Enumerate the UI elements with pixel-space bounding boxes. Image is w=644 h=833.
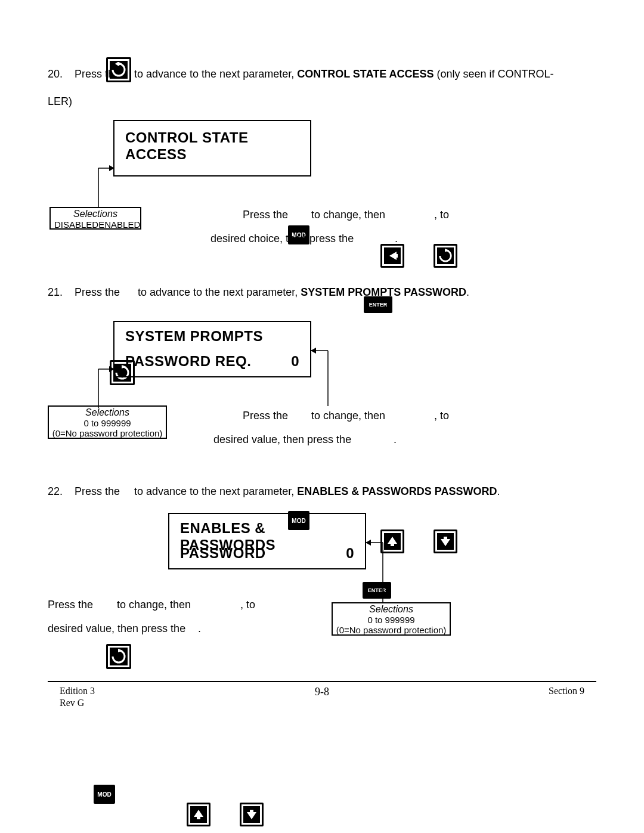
cycle-icon — [106, 57, 131, 82]
cycle-icon — [434, 244, 457, 268]
footer-rev: Rev G — [60, 698, 84, 708]
text: (only seen if CONTROL- — [434, 68, 554, 80]
step-22-text-after: to advance to the next parameter, ENABLE… — [134, 485, 500, 498]
step-num: 20. — [48, 68, 63, 80]
display-panel-system-prompts: SYSTEM PROMPTS PASSWORD REQ. 0 — [113, 321, 311, 377]
selection-disabled: DISABLED — [54, 219, 98, 230]
panel-line2: PASSWORD — [180, 545, 266, 562]
text: Press the — [75, 286, 120, 298]
instr-text: to change, then — [117, 599, 191, 611]
selections-box-3: Selections 0 to 999999 (0=No password pr… — [332, 602, 451, 636]
text: . — [497, 485, 500, 497]
arrow-left-icon — [380, 244, 404, 268]
instr-text: , to — [434, 209, 449, 221]
footer-rule — [48, 681, 596, 682]
step-21: 21. Press the — [48, 286, 120, 299]
instr-text: . — [394, 433, 397, 446]
connector-arrow — [89, 159, 119, 213]
arrow-up-icon — [187, 803, 210, 826]
instr-text: desired value, then press the — [48, 623, 185, 635]
cycle-icon — [106, 644, 131, 669]
selections-box-2: Selections 0 to 999999 (0=No password pr… — [48, 405, 167, 439]
mod-icon: MOD — [94, 785, 115, 804]
footer-page-number: 9-8 — [0, 686, 644, 698]
selection-range: 0 to 999999 — [333, 615, 450, 625]
instr-text: Press the — [243, 209, 288, 221]
instr-text: to change, then — [311, 209, 385, 221]
selection-note: (0=No password protection) — [333, 625, 450, 635]
arrow-down-icon — [240, 803, 264, 826]
step-20-wrap: LER) — [48, 95, 72, 108]
selection-note: (0=No password protection) — [49, 428, 166, 438]
enter-icon: ENTER — [364, 296, 392, 313]
panel-value: 0 — [291, 353, 299, 370]
footer-section: Section 9 — [549, 686, 584, 696]
text: to advance to the next parameter, — [134, 68, 297, 80]
key-label: ENTER — [369, 302, 388, 308]
instr-text: desired value, then press the — [213, 433, 351, 446]
param-name: SYSTEM PROMPTS PASSWORD — [301, 286, 466, 298]
panel-line2: PASSWORD REQ. — [125, 353, 251, 370]
step-num: 22. — [48, 485, 63, 497]
page: 20. Press the to advance to the next par… — [0, 0, 644, 833]
panel-line1: CONTROL STATE ACCESS — [125, 129, 310, 163]
param-name: CONTROL STATE ACCESS — [297, 68, 434, 80]
connector-arrow — [365, 537, 413, 608]
svg-rect-2 — [395, 254, 398, 258]
text: to advance to the next parameter, — [138, 286, 301, 298]
selection-range: 0 to 999999 — [49, 418, 166, 428]
step-20-text-after: to advance to the next parameter, CONTRO… — [134, 68, 554, 80]
instr-text: to change, then — [311, 410, 385, 422]
instr-text: . — [395, 233, 398, 245]
key-label: MOD — [97, 791, 111, 798]
step-21-text-after: to advance to the next parameter, SYSTEM… — [138, 286, 469, 299]
panel-line1: SYSTEM PROMPTS — [125, 328, 263, 345]
text: Press the — [75, 485, 120, 497]
text: . — [466, 286, 469, 298]
arrow-down-icon — [434, 529, 457, 553]
instr-text: Press the — [243, 410, 288, 422]
text: to advance to the next parameter, — [134, 485, 297, 497]
param-name: ENABLES & PASSWORDS PASSWORD — [297, 485, 497, 497]
svg-rect-12 — [250, 810, 253, 813]
selection-enabled: ENABLED — [98, 219, 140, 230]
instr-text: desired choice, then press the — [210, 233, 354, 245]
instr-text: , to — [240, 599, 255, 611]
instr-text: , to — [434, 410, 449, 422]
step-22: 22. Press the — [48, 485, 120, 498]
step-num: 21. — [48, 286, 63, 298]
connector-arrow — [310, 345, 358, 416]
display-panel-control-state-access: CONTROL STATE ACCESS — [113, 120, 311, 176]
selections-label: Selections — [333, 604, 450, 615]
text: LER) — [48, 95, 72, 107]
svg-rect-8 — [444, 537, 447, 540]
display-panel-enables-passwords: ENABLES & PASSWORDS PASSWORD 0 — [168, 513, 366, 569]
instr-text: Press the — [48, 599, 93, 611]
instr-text: . — [198, 623, 201, 635]
svg-rect-11 — [197, 816, 200, 819]
panel-value: 0 — [346, 545, 354, 562]
selections-label: Selections — [49, 407, 166, 418]
